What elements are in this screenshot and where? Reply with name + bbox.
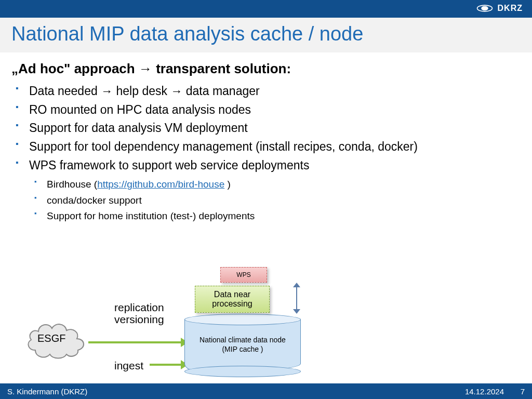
cloud-label: ESGF: [37, 332, 65, 344]
title-bar: National MIP data analysis cache / node: [0, 18, 532, 52]
wps-box: WPS: [220, 267, 267, 283]
content-area: „Ad hoc" approach → transparent solution…: [0, 52, 532, 224]
bullet-item: RO mounted on HPC data analysis nodes: [16, 101, 521, 119]
arrow-icon: [150, 364, 182, 366]
arrow-icon: [88, 341, 182, 343]
processing-box: Data near processing: [195, 286, 270, 313]
swoosh-icon: [476, 2, 494, 15]
bullet-item: Support for data analysis VM deployment: [16, 119, 521, 138]
arrow-icon: →: [139, 61, 152, 77]
footer-author: S. Kindermann (DKRZ): [7, 387, 87, 396]
bullet-item: WPS framework to support web service dep…: [16, 156, 521, 175]
svg-point-1: [481, 6, 488, 11]
bullet-item: Data needed → help desk → data manager: [16, 82, 521, 101]
bullet-item: Support for tool dependency management (…: [16, 138, 521, 156]
org-name: DKRZ: [498, 4, 523, 13]
sub-after: ): [224, 179, 231, 190]
ingest-label: ingest: [114, 360, 143, 372]
heading-part2: transparent solution:: [152, 61, 291, 76]
slide-title: National MIP data analysis cache / node: [11, 23, 521, 45]
heading-part1: „Ad hoc" approach: [11, 61, 139, 76]
sub-label: Birdhouse (: [47, 179, 97, 190]
top-bar: DKRZ: [0, 0, 532, 18]
replication-label: replication versioning: [114, 301, 164, 325]
footer-page: 7: [521, 387, 525, 396]
birdhouse-link[interactable]: https://github.com/bird-house: [97, 179, 224, 190]
heading: „Ad hoc" approach → transparent solution…: [11, 61, 521, 77]
sub-bullet-list: Birdhouse (https://github.com/bird-house…: [34, 177, 521, 224]
sub-bullet-item: Birdhouse (https://github.com/bird-house…: [34, 177, 521, 192]
sub-bullet-item: conda/docker support: [34, 193, 521, 208]
footer-date: 14.12.2024: [465, 387, 504, 396]
diagram: ESGF replication versioning ingest Natio…: [16, 260, 327, 379]
org-logo: DKRZ: [476, 2, 523, 15]
double-arrow-icon: [291, 283, 302, 314]
node-label: National climate data node (MIP cache ): [184, 336, 301, 354]
footer: S. Kindermann (DKRZ) 14.12.2024 7: [0, 383, 532, 399]
sub-bullet-item: Support for home institution (test-) dep…: [34, 208, 521, 224]
cylinder-icon: National climate data node (MIP cache ): [184, 314, 301, 376]
bullet-list: Data needed → help desk → data manager R…: [16, 82, 521, 175]
